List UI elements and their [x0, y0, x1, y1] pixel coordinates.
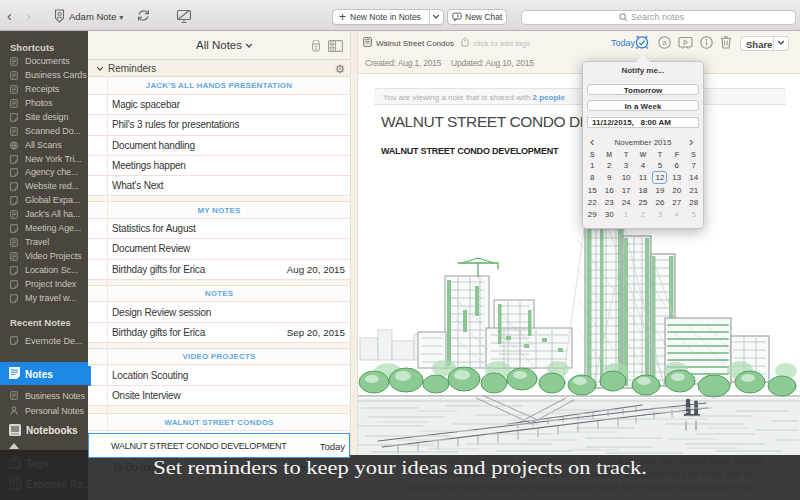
svg-text:a: a [662, 38, 667, 47]
